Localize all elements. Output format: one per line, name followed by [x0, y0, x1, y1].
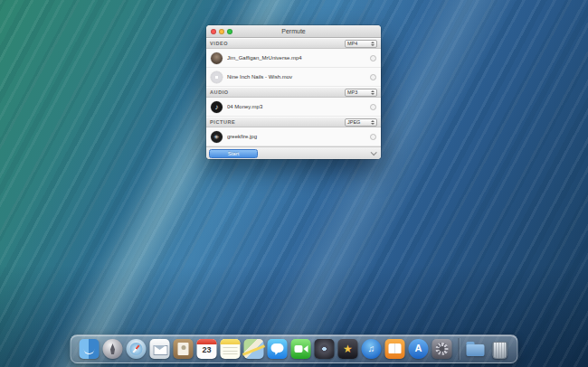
traffic-lights	[206, 29, 232, 34]
file-row-video-1[interactable]: Jim_Gaffigan_MrUniverse.mp4	[206, 49, 381, 68]
dock-icon-calendar[interactable]: 23	[197, 339, 217, 359]
dock-icon-imovie[interactable]	[338, 339, 358, 359]
file-name: 04 Money.mp3	[227, 104, 365, 109]
dock-icon-ibooks[interactable]	[385, 339, 405, 359]
dock-icon-app-store[interactable]	[409, 339, 429, 359]
video-format-select[interactable]: MP4	[345, 40, 377, 48]
dock-icon-photo-booth[interactable]	[315, 339, 335, 359]
dock-icon-mail[interactable]	[150, 339, 170, 359]
dock-icon-maps[interactable]	[244, 339, 264, 359]
minimize-button[interactable]	[219, 29, 224, 34]
stepper-arrows-icon	[371, 90, 375, 95]
dock-icon-downloads-folder[interactable]	[466, 339, 486, 359]
dock-divider	[459, 338, 460, 360]
dock-icon-contacts[interactable]	[174, 339, 194, 359]
file-name: greekfire.jpg	[227, 134, 365, 139]
row-status-circle[interactable]	[370, 55, 376, 61]
section-label-picture: PICTURE	[210, 119, 235, 125]
section-header-video: VIDEO MP4	[206, 38, 381, 49]
file-row-audio-1[interactable]: 04 Money.mp3	[206, 98, 381, 117]
dock-icon-system-preferences[interactable]	[432, 339, 452, 359]
file-row-picture-1[interactable]: greekfire.jpg	[206, 127, 381, 146]
options-disclosure-icon[interactable]	[371, 149, 377, 155]
window-titlebar[interactable]: Permute	[206, 25, 381, 38]
row-status-circle[interactable]	[370, 74, 376, 80]
dock: 23	[71, 334, 518, 363]
stepper-arrows-icon	[371, 120, 375, 125]
zoom-button[interactable]	[227, 29, 232, 34]
desktop: Permute VIDEO MP4 Jim_Gaffigan_MrUnivers…	[0, 0, 588, 367]
audio-format-value: MP3	[347, 89, 357, 95]
section-header-picture: PICTURE JPEG	[206, 117, 381, 127]
file-name: Nine Inch Nails - Wish.mov	[227, 74, 365, 80]
permute-window: Permute VIDEO MP4 Jim_Gaffigan_MrUnivers…	[206, 25, 381, 159]
music-note-thumbnail-icon	[211, 101, 223, 113]
picture-format-select[interactable]: JPEG	[345, 118, 377, 127]
dock-icon-safari[interactable]	[127, 339, 147, 359]
dock-icon-launchpad[interactable]	[103, 339, 123, 359]
dock-icon-finder[interactable]	[80, 339, 100, 359]
section-label-audio: AUDIO	[210, 89, 229, 95]
section-label-video: VIDEO	[210, 41, 228, 46]
start-button[interactable]: Start	[209, 149, 258, 158]
audio-format-select[interactable]: MP3	[345, 89, 377, 97]
image-thumbnail-icon	[211, 131, 223, 143]
calendar-day: 23	[197, 345, 217, 356]
dock-icon-messages[interactable]	[268, 339, 288, 359]
person-thumbnail-icon	[211, 52, 223, 64]
section-header-audio: AUDIO MP3	[206, 87, 381, 98]
window-footer: Start	[206, 146, 381, 159]
close-button[interactable]	[211, 29, 216, 34]
stepper-arrows-icon	[371, 42, 375, 46]
dock-icon-itunes[interactable]	[362, 339, 382, 359]
dock-icon-facetime[interactable]	[291, 339, 311, 359]
dock-icon-notes[interactable]	[221, 339, 241, 359]
dock-icon-trash[interactable]	[489, 339, 509, 359]
file-row-video-2[interactable]: Nine Inch Nails - Wish.mov	[206, 68, 381, 87]
file-name: Jim_Gaffigan_MrUniverse.mp4	[227, 55, 365, 61]
video-format-value: MP4	[347, 41, 357, 46]
row-status-circle[interactable]	[370, 104, 376, 110]
disc-thumbnail-icon	[211, 71, 223, 83]
row-status-circle[interactable]	[370, 134, 376, 140]
picture-format-value: JPEG	[347, 119, 360, 125]
